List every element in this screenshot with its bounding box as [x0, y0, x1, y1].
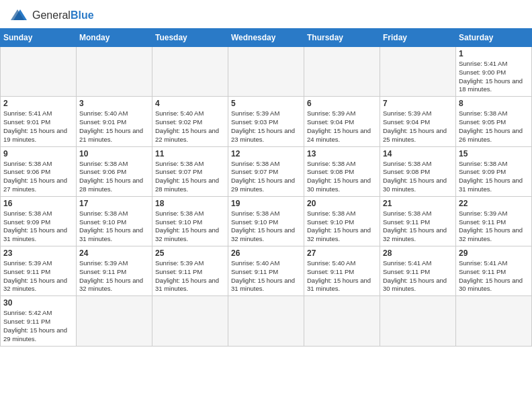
- day-info: Sunrise: 5:38 AM Sunset: 9:11 PM Dayligh…: [383, 210, 453, 244]
- calendar-cell: [304, 296, 380, 346]
- day-number: 20: [307, 199, 377, 208]
- calendar-cell: [228, 47, 304, 97]
- calendar-cell: [456, 296, 532, 346]
- day-info: Sunrise: 5:39 AM Sunset: 9:11 PM Dayligh…: [155, 259, 225, 293]
- weekday-header-wednesday: Wednesday: [228, 29, 304, 47]
- calendar-cell: 22Sunrise: 5:39 AM Sunset: 9:11 PM Dayli…: [456, 196, 532, 246]
- day-info: Sunrise: 5:41 AM Sunset: 9:01 PM Dayligh…: [3, 109, 73, 144]
- week-row-3: 9Sunrise: 5:38 AM Sunset: 9:06 PM Daylig…: [1, 146, 532, 196]
- calendar-cell: 12Sunrise: 5:38 AM Sunset: 9:07 PM Dayli…: [228, 146, 304, 196]
- day-number: 23: [3, 248, 73, 258]
- day-info: Sunrise: 5:40 AM Sunset: 9:11 PM Dayligh…: [307, 259, 377, 293]
- day-number: 26: [231, 248, 301, 258]
- week-row-4: 16Sunrise: 5:38 AM Sunset: 9:09 PM Dayli…: [1, 196, 532, 246]
- day-info: Sunrise: 5:40 AM Sunset: 9:01 PM Dayligh…: [79, 109, 149, 144]
- day-info: Sunrise: 5:38 AM Sunset: 9:06 PM Dayligh…: [79, 160, 149, 194]
- day-info: Sunrise: 5:38 AM Sunset: 9:07 PM Dayligh…: [155, 160, 225, 194]
- day-info: Sunrise: 5:39 AM Sunset: 9:04 PM Dayligh…: [307, 109, 377, 144]
- calendar-cell: [77, 296, 152, 346]
- day-number: 1: [459, 49, 529, 58]
- day-number: 29: [459, 248, 529, 258]
- calendar-cell: 21Sunrise: 5:38 AM Sunset: 9:11 PM Dayli…: [380, 196, 456, 246]
- calendar-cell: [380, 47, 456, 97]
- day-number: 12: [231, 149, 301, 158]
- day-info: Sunrise: 5:40 AM Sunset: 9:02 PM Dayligh…: [155, 109, 225, 144]
- week-row-1: 1Sunrise: 5:41 AM Sunset: 9:00 PM Daylig…: [1, 47, 532, 97]
- calendar-cell: 10Sunrise: 5:38 AM Sunset: 9:06 PM Dayli…: [77, 146, 152, 196]
- calendar-cell: 30Sunrise: 5:42 AM Sunset: 9:11 PM Dayli…: [1, 296, 77, 346]
- weekday-header-thursday: Thursday: [304, 29, 380, 47]
- weekday-header-tuesday: Tuesday: [152, 29, 228, 47]
- day-number: 27: [307, 248, 377, 258]
- day-number: 28: [383, 248, 453, 258]
- calendar-table: SundayMondayTuesdayWednesdayThursdayFrid…: [0, 28, 532, 347]
- calendar-cell: 6Sunrise: 5:39 AM Sunset: 9:04 PM Daylig…: [304, 97, 380, 146]
- calendar-cell: [1, 47, 77, 97]
- calendar-cell: 9Sunrise: 5:38 AM Sunset: 9:06 PM Daylig…: [1, 146, 77, 196]
- day-info: Sunrise: 5:38 AM Sunset: 9:09 PM Dayligh…: [3, 210, 73, 244]
- day-number: 11: [155, 149, 225, 158]
- day-number: 10: [79, 149, 149, 158]
- day-number: 2: [3, 99, 73, 108]
- day-number: 18: [155, 199, 225, 208]
- calendar-cell: [152, 296, 228, 346]
- day-number: 4: [155, 99, 225, 108]
- day-number: 21: [383, 199, 453, 208]
- calendar-cell: 15Sunrise: 5:38 AM Sunset: 9:09 PM Dayli…: [456, 146, 532, 196]
- day-number: 5: [231, 99, 301, 108]
- day-info: Sunrise: 5:40 AM Sunset: 9:11 PM Dayligh…: [231, 259, 301, 293]
- calendar-cell: 14Sunrise: 5:38 AM Sunset: 9:08 PM Dayli…: [380, 146, 456, 196]
- calendar-cell: 19Sunrise: 5:38 AM Sunset: 9:10 PM Dayli…: [228, 196, 304, 246]
- calendar-cell: 23Sunrise: 5:39 AM Sunset: 9:11 PM Dayli…: [1, 246, 77, 296]
- week-row-2: 2Sunrise: 5:41 AM Sunset: 9:01 PM Daylig…: [1, 97, 532, 146]
- calendar-cell: [304, 47, 380, 97]
- weekday-header-saturday: Saturday: [456, 29, 532, 47]
- calendar-cell: 7Sunrise: 5:39 AM Sunset: 9:04 PM Daylig…: [380, 97, 456, 146]
- day-info: Sunrise: 5:38 AM Sunset: 9:10 PM Dayligh…: [79, 210, 149, 244]
- calendar-cell: [77, 47, 152, 97]
- day-number: 22: [459, 199, 529, 208]
- calendar-cell: 28Sunrise: 5:41 AM Sunset: 9:11 PM Dayli…: [380, 246, 456, 296]
- day-info: Sunrise: 5:38 AM Sunset: 9:10 PM Dayligh…: [231, 210, 301, 244]
- weekday-header-row: SundayMondayTuesdayWednesdayThursdayFrid…: [1, 29, 532, 47]
- calendar-cell: [152, 47, 228, 97]
- calendar-cell: 1Sunrise: 5:41 AM Sunset: 9:00 PM Daylig…: [456, 47, 532, 97]
- calendar-cell: 20Sunrise: 5:38 AM Sunset: 9:10 PM Dayli…: [304, 196, 380, 246]
- day-info: Sunrise: 5:39 AM Sunset: 9:04 PM Dayligh…: [383, 109, 453, 144]
- day-info: Sunrise: 5:41 AM Sunset: 9:11 PM Dayligh…: [459, 259, 529, 293]
- day-number: 3: [79, 99, 149, 108]
- calendar-cell: 27Sunrise: 5:40 AM Sunset: 9:11 PM Dayli…: [304, 246, 380, 296]
- calendar-cell: 8Sunrise: 5:38 AM Sunset: 9:05 PM Daylig…: [456, 97, 532, 146]
- calendar-cell: 11Sunrise: 5:38 AM Sunset: 9:07 PM Dayli…: [152, 146, 228, 196]
- day-info: Sunrise: 5:38 AM Sunset: 9:08 PM Dayligh…: [383, 160, 453, 194]
- day-number: 30: [3, 298, 73, 308]
- day-info: Sunrise: 5:38 AM Sunset: 9:05 PM Dayligh…: [459, 109, 529, 144]
- day-info: Sunrise: 5:41 AM Sunset: 9:11 PM Dayligh…: [383, 259, 453, 293]
- calendar-cell: [380, 296, 456, 346]
- day-info: Sunrise: 5:42 AM Sunset: 9:11 PM Dayligh…: [3, 309, 73, 343]
- day-info: Sunrise: 5:39 AM Sunset: 9:03 PM Dayligh…: [231, 109, 301, 144]
- day-number: 17: [79, 199, 149, 208]
- day-info: Sunrise: 5:39 AM Sunset: 9:11 PM Dayligh…: [459, 210, 529, 244]
- week-row-6: 30Sunrise: 5:42 AM Sunset: 9:11 PM Dayli…: [1, 296, 532, 346]
- calendar-cell: 3Sunrise: 5:40 AM Sunset: 9:01 PM Daylig…: [77, 97, 152, 146]
- calendar-cell: [228, 296, 304, 346]
- day-info: Sunrise: 5:38 AM Sunset: 9:07 PM Dayligh…: [231, 160, 301, 194]
- day-info: Sunrise: 5:38 AM Sunset: 9:10 PM Dayligh…: [155, 210, 225, 244]
- day-number: 14: [383, 149, 453, 158]
- day-info: Sunrise: 5:38 AM Sunset: 9:09 PM Dayligh…: [459, 160, 529, 194]
- day-info: Sunrise: 5:38 AM Sunset: 9:10 PM Dayligh…: [307, 210, 377, 244]
- calendar-cell: 13Sunrise: 5:38 AM Sunset: 9:08 PM Dayli…: [304, 146, 380, 196]
- calendar-cell: 25Sunrise: 5:39 AM Sunset: 9:11 PM Dayli…: [152, 246, 228, 296]
- day-info: Sunrise: 5:39 AM Sunset: 9:11 PM Dayligh…: [79, 259, 149, 293]
- day-number: 7: [383, 99, 453, 108]
- logo-icon: [11, 8, 30, 23]
- day-number: 9: [3, 149, 73, 158]
- day-info: Sunrise: 5:41 AM Sunset: 9:00 PM Dayligh…: [459, 60, 529, 94]
- calendar-cell: 4Sunrise: 5:40 AM Sunset: 9:02 PM Daylig…: [152, 97, 228, 146]
- day-info: Sunrise: 5:38 AM Sunset: 9:08 PM Dayligh…: [307, 160, 377, 194]
- day-number: 19: [231, 199, 301, 208]
- calendar-cell: 17Sunrise: 5:38 AM Sunset: 9:10 PM Dayli…: [77, 196, 152, 246]
- weekday-header-monday: Monday: [77, 29, 152, 47]
- calendar-cell: 16Sunrise: 5:38 AM Sunset: 9:09 PM Dayli…: [1, 196, 77, 246]
